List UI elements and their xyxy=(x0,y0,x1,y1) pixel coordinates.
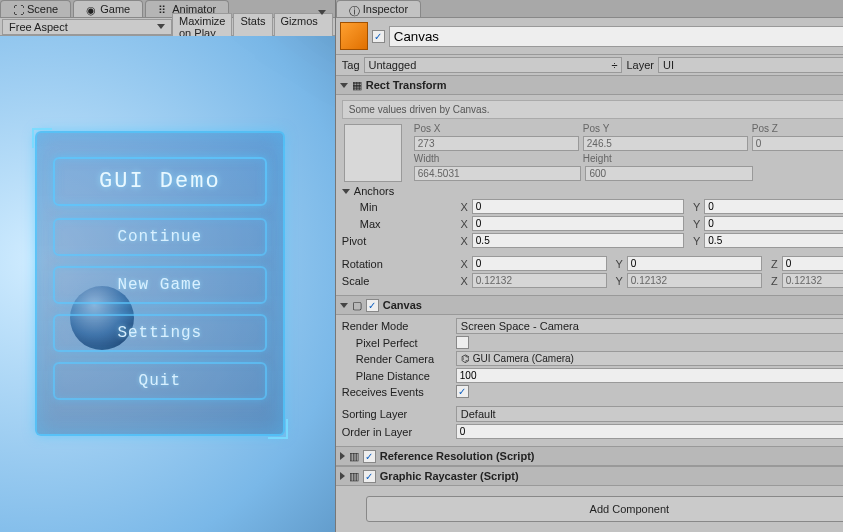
render-camera-label: Render Camera xyxy=(342,353,452,365)
height-label: Height xyxy=(583,153,748,164)
newgame-button[interactable]: New Game xyxy=(53,266,267,304)
posx-input[interactable] xyxy=(414,136,579,151)
pivot-y[interactable] xyxy=(704,233,843,248)
sorting-layer-label: Sorting Layer xyxy=(342,408,452,420)
plane-distance-label: Plane Distance xyxy=(342,370,452,382)
foldout-icon xyxy=(340,83,348,88)
order-input[interactable] xyxy=(456,424,843,439)
game-toolbar: Free Aspect Maximize on Play Stats Gizmo… xyxy=(0,18,335,36)
gui-menu-panel: GUI Demo Continue New Game Settings Quit xyxy=(35,131,285,436)
active-checkbox[interactable]: ✓ xyxy=(372,30,385,43)
canvas-component-header[interactable]: ▢ ✓ Canvas ✿ xyxy=(336,295,843,315)
reference-resolution-header[interactable]: ▥ ✓ Reference Resolution (Script) ✿ xyxy=(336,446,843,466)
rect-info: Some values driven by Canvas. xyxy=(342,100,843,119)
gameobject-icon[interactable] xyxy=(340,22,368,50)
receives-events-label: Receives Events xyxy=(342,386,452,398)
anchors-foldout-icon[interactable] xyxy=(342,189,350,194)
render-mode-label: Render Mode xyxy=(342,320,452,332)
tag-label: Tag xyxy=(342,59,360,71)
animator-icon: ⠿ xyxy=(158,4,168,14)
game-icon: ◉ xyxy=(86,4,96,14)
pivot-label: Pivot xyxy=(342,235,452,247)
pivot-x[interactable] xyxy=(472,233,685,248)
anchor-max-label: Max xyxy=(342,218,452,230)
layer-dropdown[interactable]: UI÷ xyxy=(658,57,843,73)
script-icon: ▥ xyxy=(349,450,359,463)
refres-title: Reference Resolution (Script) xyxy=(380,450,843,462)
graphic-raycaster-header[interactable]: ▥ ✓ Graphic Raycaster (Script) ✿ xyxy=(336,466,843,486)
settings-button[interactable]: Settings xyxy=(53,314,267,352)
game-viewport: GUI Demo Continue New Game Settings Quit xyxy=(0,36,335,532)
rect-transform-header[interactable]: ▦ Rect Transform ✿ xyxy=(336,75,843,95)
refres-enable-checkbox[interactable]: ✓ xyxy=(363,450,376,463)
rot-y[interactable] xyxy=(627,256,762,271)
rot-x[interactable] xyxy=(472,256,607,271)
render-camera-field[interactable]: ⌬GUI Camera (Camera) xyxy=(456,351,843,366)
camera-icon: ⌬ xyxy=(461,353,470,364)
height-input[interactable] xyxy=(585,166,753,181)
canvas-component-title: Canvas xyxy=(383,299,843,311)
continue-button[interactable]: Continue xyxy=(53,218,267,256)
inspector-header: ✓ Static xyxy=(336,18,843,55)
chevron-down-icon xyxy=(157,24,165,29)
anchor-max-x[interactable] xyxy=(472,216,685,231)
scale-label: Scale xyxy=(342,275,452,287)
anchor-max-y[interactable] xyxy=(704,216,843,231)
aspect-dropdown[interactable]: Free Aspect xyxy=(2,19,172,35)
pixel-perfect-checkbox[interactable] xyxy=(456,336,469,349)
foldout-icon xyxy=(340,472,345,480)
raycaster-enable-checkbox[interactable]: ✓ xyxy=(363,470,376,483)
scene-icon: ⛶ xyxy=(13,4,23,14)
scale-x[interactable] xyxy=(472,273,607,288)
tag-dropdown[interactable]: Untagged÷ xyxy=(364,57,623,73)
tab-game[interactable]: ◉Game xyxy=(73,0,143,17)
add-component-button[interactable]: Add Component xyxy=(366,496,843,522)
anchors-label: Anchors xyxy=(354,185,394,197)
plane-distance-input[interactable] xyxy=(456,368,843,383)
canvas-enable-checkbox[interactable]: ✓ xyxy=(366,299,379,312)
rect-transform-title: Rect Transform xyxy=(366,79,843,91)
anchor-min-label: Min xyxy=(342,201,452,213)
posy-label: Pos Y xyxy=(583,123,748,134)
anchor-min-x[interactable] xyxy=(472,199,685,214)
object-name-input[interactable] xyxy=(389,26,843,47)
raycaster-title: Graphic Raycaster (Script) xyxy=(380,470,843,482)
width-label: Width xyxy=(414,153,579,164)
posx-label: Pos X xyxy=(414,123,579,134)
foldout-icon xyxy=(340,452,345,460)
order-label: Order in Layer xyxy=(342,426,452,438)
rotation-label: Rotation xyxy=(342,258,452,270)
scale-z[interactable] xyxy=(782,273,843,288)
anchor-preset-button[interactable] xyxy=(344,124,402,182)
layer-label: Layer xyxy=(626,59,654,71)
chevron-down-icon xyxy=(318,10,326,27)
rot-z[interactable] xyxy=(782,256,843,271)
foldout-icon xyxy=(340,303,348,308)
tab-inspector[interactable]: ⓘInspector xyxy=(336,0,421,17)
right-tabbar: ⓘInspector 🔒 ≡ xyxy=(336,0,843,18)
pixel-perfect-label: Pixel Perfect xyxy=(342,337,452,349)
inspector-icon: ⓘ xyxy=(349,4,359,14)
receives-events-checkbox[interactable]: ✓ xyxy=(456,385,469,398)
scale-y[interactable] xyxy=(627,273,762,288)
tab-scene[interactable]: ⛶Scene xyxy=(0,0,71,17)
render-mode-dropdown[interactable]: Screen Space - Camera÷ xyxy=(456,318,843,334)
rect-transform-icon: ▦ xyxy=(352,79,362,92)
sorting-layer-dropdown[interactable]: Default÷ xyxy=(456,406,843,422)
posz-label: Pos Z xyxy=(752,123,843,134)
canvas-component-icon: ▢ xyxy=(352,299,362,312)
posz-input[interactable] xyxy=(752,136,843,151)
width-input[interactable] xyxy=(414,166,582,181)
quit-button[interactable]: Quit xyxy=(53,362,267,400)
script-icon: ▥ xyxy=(349,470,359,483)
anchor-min-y[interactable] xyxy=(704,199,843,214)
menu-title: GUI Demo xyxy=(53,157,267,206)
posy-input[interactable] xyxy=(583,136,748,151)
